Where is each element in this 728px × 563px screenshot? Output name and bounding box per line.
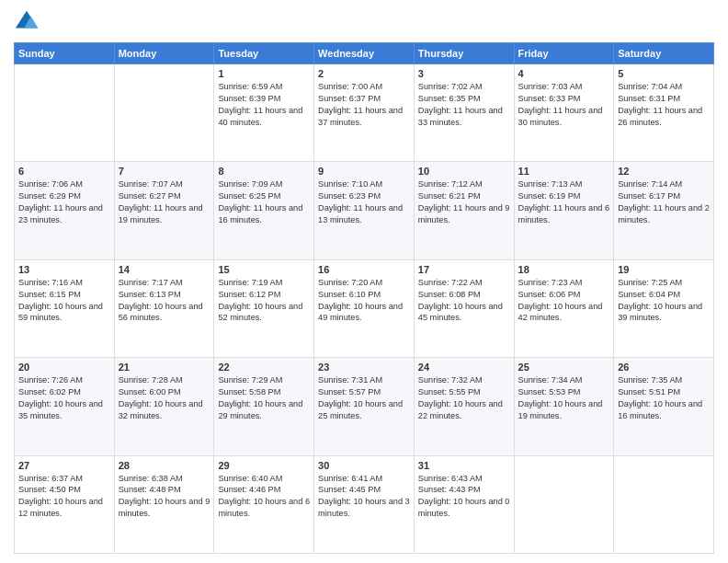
day-number: 28 (119, 460, 210, 471)
day-number: 11 (518, 166, 610, 177)
calendar-cell: 19Sunrise: 7:25 AM Sunset: 6:04 PM Dayli… (614, 259, 714, 357)
cell-daylight-info: Sunrise: 6:40 AM Sunset: 4:46 PM Dayligh… (218, 473, 310, 521)
calendar-cell: 8Sunrise: 7:09 AM Sunset: 6:25 PM Daylig… (214, 162, 314, 259)
cell-daylight-info: Sunrise: 7:28 AM Sunset: 6:00 PM Dayligh… (119, 374, 210, 422)
calendar-cell: 2Sunrise: 7:00 AM Sunset: 6:37 PM Daylig… (314, 64, 415, 162)
day-header-wednesday: Wednesday (314, 43, 415, 64)
cell-daylight-info: Sunrise: 7:23 AM Sunset: 6:06 PM Dayligh… (518, 277, 610, 325)
calendar-cell: 25Sunrise: 7:34 AM Sunset: 5:53 PM Dayli… (514, 358, 614, 455)
calendar-cell: 9Sunrise: 7:10 AM Sunset: 6:23 PM Daylig… (314, 162, 415, 259)
day-number: 5 (618, 68, 710, 79)
day-number: 14 (119, 264, 210, 275)
day-number: 22 (218, 362, 310, 373)
day-number: 17 (418, 264, 510, 275)
cell-daylight-info: Sunrise: 6:43 AM Sunset: 4:43 PM Dayligh… (418, 473, 510, 521)
day-number: 9 (318, 166, 410, 177)
cell-daylight-info: Sunrise: 6:59 AM Sunset: 6:39 PM Dayligh… (218, 81, 310, 129)
logo (14, 9, 43, 35)
cell-daylight-info: Sunrise: 6:37 AM Sunset: 4:50 PM Dayligh… (18, 473, 110, 521)
cell-daylight-info: Sunrise: 7:10 AM Sunset: 6:23 PM Dayligh… (318, 178, 410, 226)
day-number: 20 (18, 362, 110, 373)
calendar-cell: 20Sunrise: 7:26 AM Sunset: 6:02 PM Dayli… (15, 358, 115, 455)
day-number: 21 (119, 362, 210, 373)
day-number: 24 (418, 362, 510, 373)
day-number: 23 (318, 362, 410, 373)
calendar-cell: 29Sunrise: 6:40 AM Sunset: 4:46 PM Dayli… (214, 455, 314, 553)
day-number: 12 (618, 166, 710, 177)
cell-daylight-info: Sunrise: 6:41 AM Sunset: 4:45 PM Dayligh… (318, 473, 410, 521)
cell-daylight-info: Sunrise: 7:31 AM Sunset: 5:57 PM Dayligh… (318, 374, 410, 422)
cell-daylight-info: Sunrise: 7:07 AM Sunset: 6:27 PM Dayligh… (119, 178, 210, 226)
cell-daylight-info: Sunrise: 7:04 AM Sunset: 6:31 PM Dayligh… (618, 81, 710, 129)
calendar-cell: 1Sunrise: 6:59 AM Sunset: 6:39 PM Daylig… (214, 64, 314, 162)
calendar-cell (114, 64, 214, 162)
calendar-cell (15, 64, 115, 162)
calendar-cell: 18Sunrise: 7:23 AM Sunset: 6:06 PM Dayli… (514, 259, 614, 357)
day-number: 6 (18, 166, 110, 177)
cell-daylight-info: Sunrise: 7:29 AM Sunset: 5:58 PM Dayligh… (218, 374, 310, 422)
calendar-cell: 30Sunrise: 6:41 AM Sunset: 4:45 PM Dayli… (314, 455, 415, 553)
day-number: 30 (318, 460, 410, 471)
cell-daylight-info: Sunrise: 7:17 AM Sunset: 6:13 PM Dayligh… (119, 277, 210, 325)
week-row-1: 1Sunrise: 6:59 AM Sunset: 6:39 PM Daylig… (15, 64, 714, 162)
day-number: 13 (18, 264, 110, 275)
calendar-cell: 7Sunrise: 7:07 AM Sunset: 6:27 PM Daylig… (114, 162, 214, 259)
cell-daylight-info: Sunrise: 7:16 AM Sunset: 6:15 PM Dayligh… (18, 277, 110, 325)
calendar-cell: 10Sunrise: 7:12 AM Sunset: 6:21 PM Dayli… (414, 162, 514, 259)
calendar-cell: 5Sunrise: 7:04 AM Sunset: 6:31 PM Daylig… (614, 64, 714, 162)
calendar-cell: 14Sunrise: 7:17 AM Sunset: 6:13 PM Dayli… (114, 259, 214, 357)
calendar-cell: 6Sunrise: 7:06 AM Sunset: 6:29 PM Daylig… (15, 162, 115, 259)
day-number: 1 (218, 68, 310, 79)
day-header-thursday: Thursday (414, 43, 514, 64)
cell-daylight-info: Sunrise: 7:35 AM Sunset: 5:51 PM Dayligh… (618, 374, 710, 422)
day-number: 15 (218, 264, 310, 275)
calendar-cell: 17Sunrise: 7:22 AM Sunset: 6:08 PM Dayli… (414, 259, 514, 357)
cell-daylight-info: Sunrise: 7:13 AM Sunset: 6:19 PM Dayligh… (518, 178, 610, 226)
calendar-cell: 27Sunrise: 6:37 AM Sunset: 4:50 PM Dayli… (15, 455, 115, 553)
calendar-cell: 31Sunrise: 6:43 AM Sunset: 4:43 PM Dayli… (414, 455, 514, 553)
week-row-3: 13Sunrise: 7:16 AM Sunset: 6:15 PM Dayli… (15, 259, 714, 357)
day-header-tuesday: Tuesday (214, 43, 314, 64)
calendar-cell: 28Sunrise: 6:38 AM Sunset: 4:48 PM Dayli… (114, 455, 214, 553)
cell-daylight-info: Sunrise: 7:03 AM Sunset: 6:33 PM Dayligh… (518, 81, 610, 129)
calendar-cell: 16Sunrise: 7:20 AM Sunset: 6:10 PM Dayli… (314, 259, 415, 357)
day-number: 29 (218, 460, 310, 471)
page: SundayMondayTuesdayWednesdayThursdayFrid… (0, 0, 728, 563)
cell-daylight-info: Sunrise: 7:25 AM Sunset: 6:04 PM Dayligh… (618, 277, 710, 325)
calendar-cell (514, 455, 614, 553)
cell-daylight-info: Sunrise: 7:20 AM Sunset: 6:10 PM Dayligh… (318, 277, 410, 325)
week-row-4: 20Sunrise: 7:26 AM Sunset: 6:02 PM Dayli… (15, 358, 714, 455)
week-row-2: 6Sunrise: 7:06 AM Sunset: 6:29 PM Daylig… (15, 162, 714, 259)
day-header-monday: Monday (114, 43, 214, 64)
cell-daylight-info: Sunrise: 7:26 AM Sunset: 6:02 PM Dayligh… (18, 374, 110, 422)
calendar-cell: 21Sunrise: 7:28 AM Sunset: 6:00 PM Dayli… (114, 358, 214, 455)
cell-daylight-info: Sunrise: 7:00 AM Sunset: 6:37 PM Dayligh… (318, 81, 410, 129)
cell-daylight-info: Sunrise: 7:32 AM Sunset: 5:55 PM Dayligh… (418, 374, 510, 422)
cell-daylight-info: Sunrise: 7:02 AM Sunset: 6:35 PM Dayligh… (418, 81, 510, 129)
cell-daylight-info: Sunrise: 6:38 AM Sunset: 4:48 PM Dayligh… (119, 473, 210, 521)
week-row-5: 27Sunrise: 6:37 AM Sunset: 4:50 PM Dayli… (15, 455, 714, 553)
calendar-cell: 12Sunrise: 7:14 AM Sunset: 6:17 PM Dayli… (614, 162, 714, 259)
logo-icon (14, 9, 40, 35)
day-number: 26 (618, 362, 710, 373)
day-number: 2 (318, 68, 410, 79)
cell-daylight-info: Sunrise: 7:12 AM Sunset: 6:21 PM Dayligh… (418, 178, 510, 226)
calendar-cell (614, 455, 714, 553)
cell-daylight-info: Sunrise: 7:09 AM Sunset: 6:25 PM Dayligh… (218, 178, 310, 226)
calendar-table: SundayMondayTuesdayWednesdayThursdayFrid… (14, 42, 714, 554)
calendar-cell: 3Sunrise: 7:02 AM Sunset: 6:35 PM Daylig… (414, 64, 514, 162)
day-number: 16 (318, 264, 410, 275)
calendar-cell: 22Sunrise: 7:29 AM Sunset: 5:58 PM Dayli… (214, 358, 314, 455)
calendar-cell: 26Sunrise: 7:35 AM Sunset: 5:51 PM Dayli… (614, 358, 714, 455)
day-number: 3 (418, 68, 510, 79)
day-header-friday: Friday (514, 43, 614, 64)
day-number: 4 (518, 68, 610, 79)
day-number: 7 (119, 166, 210, 177)
cell-daylight-info: Sunrise: 7:19 AM Sunset: 6:12 PM Dayligh… (218, 277, 310, 325)
calendar-cell: 23Sunrise: 7:31 AM Sunset: 5:57 PM Dayli… (314, 358, 415, 455)
day-number: 8 (218, 166, 310, 177)
cell-daylight-info: Sunrise: 7:34 AM Sunset: 5:53 PM Dayligh… (518, 374, 610, 422)
calendar-cell: 4Sunrise: 7:03 AM Sunset: 6:33 PM Daylig… (514, 64, 614, 162)
cell-daylight-info: Sunrise: 7:14 AM Sunset: 6:17 PM Dayligh… (618, 178, 710, 226)
calendar-cell: 13Sunrise: 7:16 AM Sunset: 6:15 PM Dayli… (15, 259, 115, 357)
